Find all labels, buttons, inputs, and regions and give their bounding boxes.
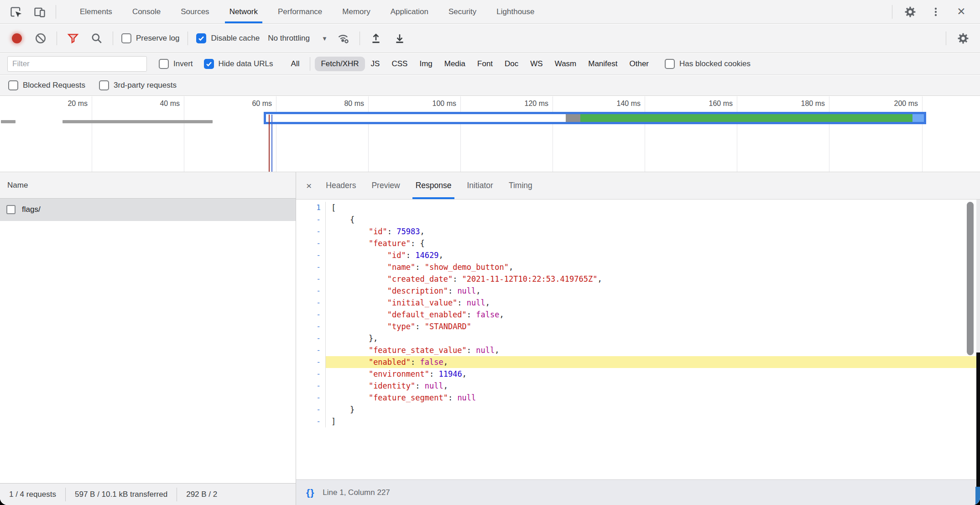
filter-type-manifest[interactable]: Manifest [582,57,623,71]
third-party-requests-control[interactable]: 3rd-party requests [99,80,177,90]
fold-marker[interactable]: - [296,368,326,380]
token-a: null [476,346,495,355]
disable-cache-control[interactable]: Disable cache [196,33,260,43]
token-p: : { [411,239,425,248]
background-window-corner [975,487,980,505]
detail-tab-list: HeadersPreviewResponseInitiatorTiming [318,172,540,199]
response-viewer[interactable]: 1[- {- "id": 75983,- "feature": {- "id":… [296,200,976,479]
more-options-kebab-icon[interactable] [928,4,944,20]
fold-marker[interactable]: - [296,332,326,344]
fold-marker[interactable]: - [296,356,326,368]
fold-marker[interactable]: - [296,416,326,427]
third-party-requests-checkbox[interactable] [99,80,109,90]
fold-marker[interactable]: - [296,392,326,404]
tab-security[interactable]: Security [438,0,486,23]
fold-marker[interactable]: - [296,321,326,332]
import-har-icon[interactable] [368,31,384,46]
detail-tab-response[interactable]: Response [408,172,459,199]
tab-network[interactable]: Network [219,0,268,23]
tab-memory[interactable]: Memory [332,0,380,23]
detail-tab-initiator[interactable]: Initiator [459,172,500,199]
filter-type-other[interactable]: Other [624,57,655,71]
name-column-header[interactable]: Name [0,172,296,199]
token-k: "feature_state_value" [369,346,467,355]
filter-type-css[interactable]: CSS [386,57,413,71]
tab-sources[interactable]: Sources [171,0,219,23]
tab-performance[interactable]: Performance [268,0,332,23]
filter-type-font[interactable]: Font [471,57,499,71]
blocked-requests-label: Blocked Requests [23,81,85,90]
token-p: [ [331,203,336,212]
tab-application[interactable]: Application [381,0,438,23]
hide-data-urls-control[interactable]: Hide data URLs [204,59,273,69]
token-p: : [411,358,420,367]
fold-marker[interactable]: - [296,226,326,237]
blocked-requests-control[interactable]: Blocked Requests [8,80,85,90]
toggle-device-toolbar-icon[interactable] [32,4,47,20]
filter-type-media[interactable]: Media [438,57,471,71]
fold-marker[interactable]: - [296,344,326,356]
fold-marker[interactable]: - [296,249,326,261]
filter-type-js[interactable]: JS [365,57,386,71]
fold-marker[interactable]: - [296,261,326,273]
hide-data-urls-checkbox[interactable] [204,59,214,69]
detail-tab-preview[interactable]: Preview [364,172,407,199]
token-p: : [415,381,424,390]
preserve-log-control[interactable]: Preserve log [121,33,179,43]
tab-lighthouse[interactable]: Lighthouse [486,0,544,23]
detail-tab-headers[interactable]: Headers [318,172,364,199]
network-overview-timeline[interactable]: 20 ms40 ms60 ms80 ms100 ms120 ms140 ms16… [0,96,980,172]
hide-data-urls-label: Hide data URLs [219,59,273,68]
close-devtools-icon[interactable]: ✕ [954,4,969,20]
filter-funnel-icon[interactable] [65,31,81,46]
pretty-print-icon[interactable]: {} [306,487,314,498]
network-conditions-icon[interactable] [336,31,351,46]
throttling-select[interactable]: No throttling ▼ [268,34,328,43]
vertical-scrollbar[interactable] [967,202,974,355]
fold-marker[interactable]: - [296,404,326,416]
fold-marker[interactable]: - [296,237,326,249]
token-p: , [443,358,448,367]
export-har-icon[interactable] [392,31,407,46]
settings-gear-icon[interactable] [902,4,918,20]
inspect-element-icon[interactable] [8,4,24,20]
invert-control[interactable]: Invert [159,59,193,69]
fold-marker[interactable]: - [296,273,326,285]
fold-marker[interactable]: - [296,285,326,297]
filter-type-ws[interactable]: WS [524,57,548,71]
filter-type-img[interactable]: Img [413,57,438,71]
main-toolbar-icons [0,4,65,20]
fold-marker[interactable]: - [296,309,326,321]
third-party-requests-label: 3rd-party requests [114,81,177,90]
search-icon[interactable] [89,31,104,46]
token-p [331,358,369,367]
tab-elements[interactable]: Elements [70,0,122,23]
timeline-tick-label: 60 ms [252,100,276,108]
request-checkbox[interactable] [6,205,16,214]
detail-tab-timing[interactable]: Timing [501,172,540,199]
blocked-requests-checkbox[interactable] [8,80,18,90]
fold-marker[interactable]: - [296,214,326,226]
fold-marker[interactable]: - [296,380,326,392]
has-blocked-cookies-control[interactable]: Has blocked cookies [665,59,751,69]
record-network-log-icon[interactable] [9,31,25,46]
filter-type-doc[interactable]: Doc [499,57,524,71]
code-line: - "feature_segment": null [296,392,976,404]
filter-type-fetch-xhr[interactable]: Fetch/XHR [315,57,365,71]
network-settings-gear-icon[interactable] [955,31,971,46]
code-line: - "feature": { [296,237,976,249]
request-row[interactable]: flags/ [0,199,296,221]
tab-console[interactable]: Console [122,0,171,23]
disable-cache-checkbox[interactable] [196,33,206,43]
preserve-log-checkbox[interactable] [121,33,131,43]
line-number[interactable]: 1 [296,202,326,214]
clear-network-log-icon[interactable] [33,31,48,46]
filter-type-wasm[interactable]: Wasm [549,57,583,71]
invert-checkbox[interactable] [159,59,169,69]
has-blocked-cookies-checkbox[interactable] [665,59,675,69]
filter-type-all[interactable]: All [285,57,306,71]
filter-input[interactable] [7,56,147,72]
close-detail-icon[interactable]: × [296,172,318,199]
token-p [331,263,387,272]
fold-marker[interactable]: - [296,297,326,309]
